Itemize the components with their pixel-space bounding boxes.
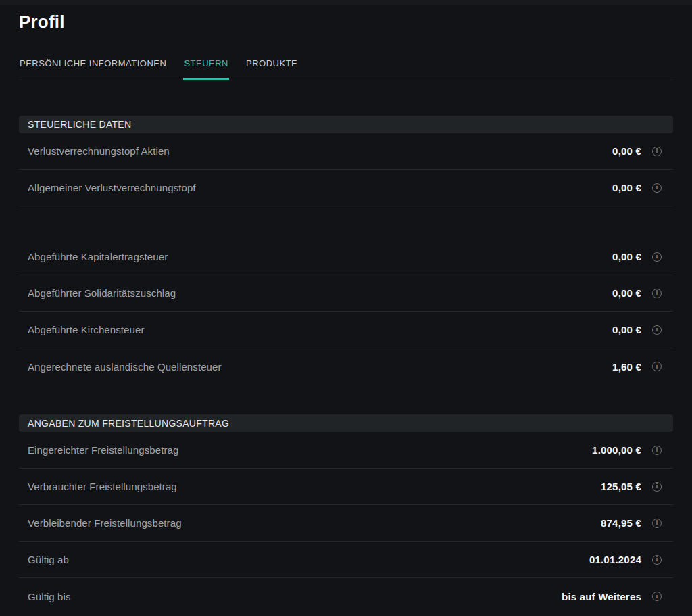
data-row: Abgeführte Kapitalertragsteuer 0,00 € i (19, 239, 673, 275)
info-icon[interactable]: i (652, 183, 662, 193)
profile-page: Profil PERSÖNLICHE INFORMATIONEN STEUERN… (0, 5, 692, 615)
data-row: Eingereichter Freistellungsbetrag 1.000,… (19, 432, 673, 469)
page-title: Profil (19, 5, 673, 31)
tab-steuern[interactable]: STEUERN (183, 59, 229, 80)
data-row: Abgeführter Solidaritätszuschlag 0,00 € … (19, 275, 673, 312)
data-row: Gültig bis bis auf Weiteres i (19, 578, 673, 615)
section-header: STEUERLICHE DATEN (19, 116, 673, 133)
data-row: Allgemeiner Verlustverrechnungstopf 0,00… (19, 170, 673, 206)
group-spacer (19, 206, 673, 239)
row-value: 0,00 € (612, 287, 641, 299)
row-label: Gültig bis (28, 591, 562, 602)
row-value: 1.000,00 € (592, 444, 641, 456)
sections-container: STEUERLICHE DATEN Verlustverrechnungstop… (19, 116, 673, 615)
data-row: Gültig ab 01.01.2024 i (19, 542, 673, 578)
row-label: Allgemeiner Verlustverrechnungstopf (28, 182, 612, 193)
tab-label: PRODUKTE (246, 58, 297, 68)
section: ANGABEN ZUM FREISTELLUNGSAUFTRAG Eingere… (19, 414, 673, 615)
row-group: Eingereichter Freistellungsbetrag 1.000,… (19, 432, 673, 615)
row-value: 01.01.2024 (589, 554, 641, 565)
row-label: Angerechnete ausländische Quellensteuer (28, 361, 612, 373)
data-row: Abgeführte Kirchensteuer 0,00 € i (19, 312, 673, 348)
row-label: Verbrauchter Freistellungsbetrag (28, 481, 601, 492)
info-icon[interactable]: i (652, 592, 662, 601)
row-label: Verlustverrechnungstopf Aktien (28, 145, 612, 157)
row-value: 0,00 € (612, 251, 641, 262)
row-group: Abgeführte Kapitalertragsteuer 0,00 € i … (19, 239, 673, 385)
row-value: 125,05 € (601, 481, 641, 492)
row-group: Verlustverrechnungstopf Aktien 0,00 € i … (19, 133, 673, 206)
section-header: ANGABEN ZUM FREISTELLUNGSAUFTRAG (19, 414, 673, 432)
data-row: Verbrauchter Freistellungsbetrag 125,05 … (19, 469, 673, 505)
data-row: Verbleibender Freistellungsbetrag 874,95… (19, 505, 673, 542)
row-label: Gültig ab (28, 554, 589, 565)
info-icon[interactable]: i (652, 555, 662, 565)
info-icon[interactable]: i (652, 482, 662, 492)
row-value: 0,00 € (612, 324, 641, 335)
row-value: 0,00 € (612, 182, 641, 193)
section-rows: Verlustverrechnungstopf Aktien 0,00 € i … (19, 133, 673, 385)
info-icon[interactable]: i (652, 519, 662, 528)
data-row: Angerechnete ausländische Quellensteuer … (19, 348, 673, 385)
tab-persönliche-informationen[interactable]: PERSÖNLICHE INFORMATIONEN (19, 59, 167, 80)
info-icon[interactable]: i (652, 289, 662, 298)
tab-label: STEUERN (184, 58, 228, 68)
row-value: 1,60 € (612, 361, 641, 373)
section-rows: Eingereichter Freistellungsbetrag 1.000,… (19, 432, 673, 615)
row-label: Abgeführte Kirchensteuer (28, 324, 612, 335)
info-icon[interactable]: i (652, 252, 662, 262)
info-icon[interactable]: i (652, 446, 662, 455)
tab-label: PERSÖNLICHE INFORMATIONEN (20, 58, 166, 68)
row-label: Abgeführter Solidaritätszuschlag (28, 287, 612, 299)
row-value: 874,95 € (601, 517, 641, 529)
row-label: Abgeführte Kapitalertragsteuer (28, 251, 612, 262)
data-row: Verlustverrechnungstopf Aktien 0,00 € i (19, 133, 673, 170)
row-label: Verbleibender Freistellungsbetrag (28, 517, 601, 529)
tab-bar: PERSÖNLICHE INFORMATIONEN STEUERN PRODUK… (19, 59, 673, 80)
row-value: bis auf Weiteres (562, 591, 641, 602)
row-value: 0,00 € (612, 145, 641, 157)
info-icon[interactable]: i (652, 147, 662, 156)
section: STEUERLICHE DATEN Verlustverrechnungstop… (19, 116, 673, 385)
tab-produkte[interactable]: PRODUKTE (245, 59, 298, 80)
top-edge (0, 0, 692, 5)
row-label: Eingereichter Freistellungsbetrag (28, 444, 592, 456)
info-icon[interactable]: i (652, 325, 662, 335)
info-icon[interactable]: i (652, 362, 662, 371)
